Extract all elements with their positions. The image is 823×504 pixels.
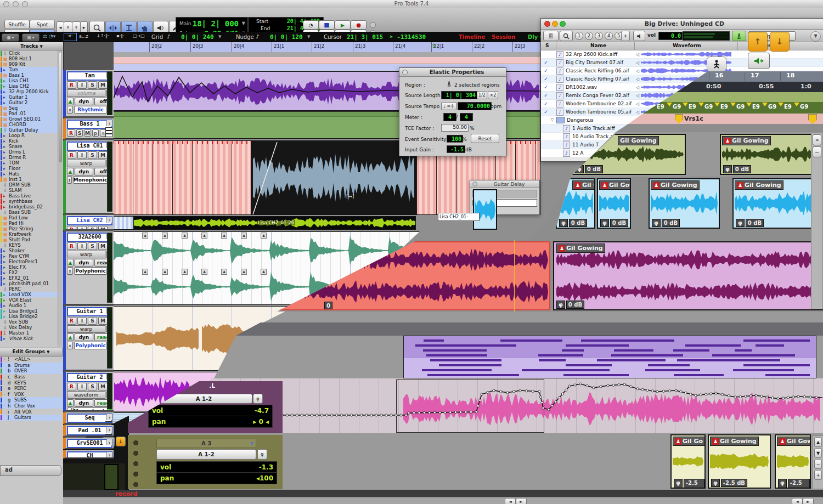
half-button[interactable]: 1/2 <box>477 91 487 99</box>
region-gil-gowing-1[interactable]: ♟Gil Gowingφ0 dB <box>720 134 822 175</box>
dyn-button[interactable]: dyn <box>75 399 93 407</box>
col-waveform[interactable]: Waveform <box>673 43 701 48</box>
close-icon[interactable] <box>402 70 408 75</box>
meter-denominator[interactable]: 4 <box>460 113 473 121</box>
browser-menu-button[interactable]: 🗄 <box>543 31 559 41</box>
midi-note[interactable] <box>756 344 784 347</box>
marker-tag[interactable]: Vrs1c <box>675 114 703 123</box>
updown-button[interactable]: ⇕ <box>621 31 630 41</box>
chord-label[interactable]: G9 <box>800 104 808 110</box>
region-pink-gowing[interactable]: ♟Gil Gowing φ0 dB <box>553 241 823 310</box>
midi-note[interactable] <box>562 349 584 352</box>
track-mute-button[interactable]: M <box>98 151 108 159</box>
elastic-plugin-button[interactable]: Monophonic <box>73 407 108 411</box>
row-speaker-icon[interactable]: ◁ <box>636 77 641 82</box>
close-icon[interactable] <box>472 182 477 186</box>
midi-note[interactable] <box>733 369 794 371</box>
sidebar-item-pad-01[interactable]: ▦Pad .01 <box>0 111 63 116</box>
sidebar-item-drms-r[interactable]: ▸Drms R <box>0 155 63 160</box>
browser-right-scrollbar[interactable]: ↠ − <box>811 133 823 309</box>
elastic-toggle[interactable]: ⇕ <box>67 342 73 349</box>
sidebar-item-lisa-ch1[interactable]: ▸Lisa CH1 <box>0 78 63 83</box>
midi-note[interactable] <box>743 364 810 366</box>
track-name-box[interactable]: Guitar 2⇕ <box>67 373 112 382</box>
region-gil-go-0[interactable]: ♟Gil Goφ-2.5 dB <box>670 434 706 489</box>
insert-slot-dot[interactable] <box>133 482 138 487</box>
track-name-box[interactable]: CH⇕ <box>67 451 112 458</box>
track-height-toggle[interactable]: ⇕ <box>106 120 112 126</box>
region-gil-gow-1[interactable]: ♟Gil Gowφ0 dB <box>597 178 631 229</box>
track-solo-button[interactable]: S <box>88 151 97 159</box>
sidebar-item-efx2-01[interactable]: ▸EFX2_01 <box>0 275 63 281</box>
sidebar-item-rev-cym[interactable]: ▸Rev CYM <box>0 253 63 259</box>
chord-label[interactable]: E9 <box>689 104 696 110</box>
row-speaker-icon[interactable]: ◁ <box>636 85 641 90</box>
sidebar-item-bass-live[interactable]: ▸Bass Live <box>0 193 63 199</box>
regions-scrollbar[interactable]: ▲▼−+ <box>813 435 823 489</box>
transport-toggle-1[interactable] <box>370 22 376 28</box>
track-pencil-button[interactable]: p <box>92 436 99 437</box>
hscroll-right-end[interactable]: ► <box>803 498 814 504</box>
sidebar-item-pad-low[interactable]: ▦Pad Low <box>0 215 63 220</box>
track-name-box[interactable]: GrvSEQ01⇕ <box>67 439 112 448</box>
sidebar-item-bass-1[interactable]: ▦Bass 1 <box>0 72 63 78</box>
track-solo-button[interactable]: S <box>76 129 83 137</box>
scroll-minus-button[interactable]: − <box>814 459 822 469</box>
round-chevron-button[interactable]: ▼ <box>810 31 821 42</box>
pan-readout[interactable]: pan◂100 <box>156 472 277 484</box>
track-mute-button[interactable]: M <box>98 242 108 250</box>
midi-note[interactable] <box>500 339 562 342</box>
volume-readout[interactable]: vol-1.3 <box>156 461 277 473</box>
track-mute-button[interactable]: M <box>98 383 108 390</box>
col-name[interactable]: Name <box>590 43 606 48</box>
track-view-dropdown[interactable]: volume <box>67 89 105 97</box>
sidebar-item-floor[interactable]: ▸Floor <box>0 166 63 171</box>
midi-note[interactable] <box>743 339 810 342</box>
output-selector-button[interactable]: A 1-2 <box>156 449 256 460</box>
voice-icon[interactable]: ▲ <box>67 98 74 105</box>
warp-marker-icon[interactable]: ▲ <box>221 233 227 239</box>
sidebar-item-guitar-1[interactable]: ▸Guitar 1 <box>0 94 63 100</box>
sidebar-item-tom[interactable]: ▸TOM <box>0 160 63 166</box>
sidebar-item-chord[interactable]: ▦CHORD <box>0 122 63 127</box>
zoom-minus-button[interactable]: − <box>813 146 821 157</box>
midi-note[interactable] <box>522 369 609 371</box>
track-record-button[interactable]: R <box>67 449 75 449</box>
track-pencil-button[interactable]: p <box>92 129 99 137</box>
region-gil-gowing-1[interactable]: ♟Gil Gowingφ-2.5 dB <box>708 434 771 489</box>
track-pencil-button[interactable]: p <box>92 449 99 449</box>
track-record-button[interactable]: R <box>67 242 76 250</box>
sidebar-item-lisa-ch2[interactable]: ▸Lisa CH2 <box>0 83 63 89</box>
track-name-box[interactable]: Tam⇕ <box>67 71 112 81</box>
sidebar-item-pitchshift-pad-01[interactable]: ▸pitchshift pad_01 <box>0 281 63 286</box>
sidebar-item-electroperc1[interactable]: ▸ElectroPerc1 <box>0 259 63 264</box>
warp-marker-icon[interactable]: ▲ <box>142 269 148 275</box>
chord-label[interactable]: G9 <box>736 104 745 110</box>
track-name-box[interactable]: Lisa CH2⇕ <box>67 216 112 225</box>
sidebar-item-audio-1[interactable]: ▸Audio 1 <box>0 303 63 308</box>
main-counter-value[interactable]: 18| 2| 000 <box>193 19 239 28</box>
sidebar-item-lisa-bridge1[interactable]: ▸Lisa Bridge1 <box>0 308 63 314</box>
track-record-button[interactable]: R <box>67 226 76 230</box>
insert-slot-dot[interactable] <box>133 461 138 466</box>
track-height-toggle[interactable]: ⇕ <box>106 427 112 433</box>
track-mute-button[interactable]: M <box>98 81 108 89</box>
elastic-plugin-button[interactable]: Rhythmic <box>74 106 107 114</box>
track-input-button[interactable]: I <box>77 383 87 390</box>
region-lisa-ch2[interactable]: Lisa CH2_01-26 <box>112 216 416 230</box>
warp-marker-icon[interactable]: ▲ <box>201 233 207 239</box>
tempo-value[interactable]: 70.0000 <box>458 102 492 110</box>
voice-icon[interactable]: ▲ <box>67 399 74 407</box>
warp-marker-icon[interactable]: ▲ <box>241 269 247 275</box>
sidebar-item-kraftwerk[interactable]: ▦Kraftwerk <box>0 231 63 237</box>
midi-note[interactable] <box>648 364 690 366</box>
group-item-drums[interactable]: aDrums <box>0 363 62 369</box>
chord-label[interactable]: E9 <box>752 104 760 110</box>
track-solo-button[interactable]: S <box>88 317 97 325</box>
sidebar-item-click[interactable]: ⇩Click <box>0 50 63 56</box>
chord-label[interactable]: G9 <box>704 104 713 110</box>
midi-note[interactable] <box>422 369 491 371</box>
voice-icon[interactable]: ▲ <box>67 168 74 175</box>
sidebar-item-808-hat-1[interactable]: ▦808 Hat.1 <box>0 56 63 61</box>
chord-label[interactable]: E9 <box>720 104 728 110</box>
